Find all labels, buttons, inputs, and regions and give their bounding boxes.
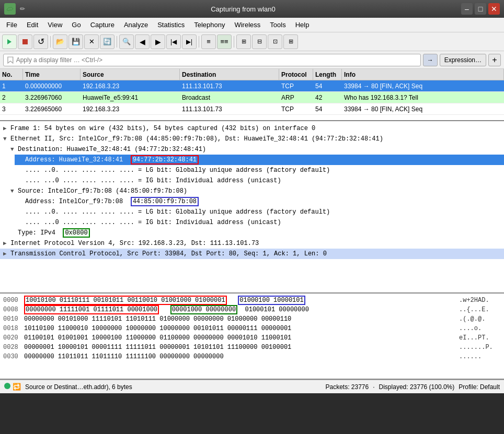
detail-text: .... ..0. .... .... .... .... = LG bit: … <box>25 166 501 175</box>
next-button[interactable]: ▶ <box>151 34 165 49</box>
shark-pencil-icon: ✏ <box>20 5 25 13</box>
filter-input-wrap[interactable] <box>3 54 421 66</box>
hex-row: 0030 00000000 11011011 11011110 11111100… <box>3 352 501 361</box>
packet-list: No. Time Source Destination Protocol Len… <box>0 69 504 121</box>
detail-row-type[interactable]: Type: IPv4 0x0800 <box>7 228 504 238</box>
zoom-out-button[interactable]: ⊟ <box>252 34 267 49</box>
last-button[interactable]: ▶| <box>182 34 197 49</box>
auto-scroll-button[interactable]: ≡≡ <box>217 34 232 49</box>
menu-file[interactable]: File <box>2 19 21 30</box>
hex-ascii: ..{...E. <box>459 305 501 314</box>
expand-icon: ▶ <box>3 249 10 259</box>
menu-telephony[interactable]: Telephony <box>190 19 229 30</box>
detail-row-ig-src[interactable]: .... ...0 .... .... .... .... = IG bit: … <box>15 217 504 228</box>
hex-ascii: .......P. <box>459 343 501 352</box>
src-mac-highlight: 44:85:00:f9:7b:08 <box>131 197 199 206</box>
menu-go[interactable]: Go <box>67 19 85 30</box>
packet-len: 42 <box>313 94 342 101</box>
detail-row-frame[interactable]: ▶ Frame 1: 54 bytes on wire (432 bits), … <box>0 123 504 134</box>
expand-icon: ▼ <box>10 145 18 154</box>
menu-tools[interactable]: Tools <box>266 19 290 30</box>
maximize-button[interactable]: □ <box>475 3 486 15</box>
shark-icon <box>4 3 16 15</box>
hex-ascii: ...... <box>459 352 501 361</box>
detail-row-ethernet[interactable]: ▼ Ethernet II, Src: IntelCor_f9:7b:08 (4… <box>0 134 504 144</box>
hex-area: 0000 10010100 01110111 00101011 00110010… <box>0 294 504 380</box>
minimize-button[interactable]: – <box>461 3 473 15</box>
detail-text: Type: IPv4 0x0800 <box>18 228 501 238</box>
status-bar: 🔁 Source or Destinat…eth.addr), 6 bytes … <box>0 380 504 393</box>
start-capture-button[interactable] <box>2 34 17 49</box>
open-file-button[interactable]: 📂 <box>53 34 67 49</box>
find-button[interactable]: 🔍 <box>119 34 134 49</box>
add-filter-button[interactable]: + <box>488 54 501 66</box>
packet-info: Who has 192.168.3.1? Tell <box>342 94 504 101</box>
hex-offset: 0018 <box>3 324 22 333</box>
packet-row[interactable]: 3 3.226965060 192.168.3.23 111.13.101.73… <box>0 103 504 115</box>
resize-columns-button[interactable]: ⊞ <box>283 34 298 49</box>
status-icons: 🔁 <box>4 383 21 391</box>
detail-row-ip[interactable]: ▶ Internet Protocol Version 4, Src: 192.… <box>0 238 504 249</box>
hex-bytes: 00000000 11111001 01111011 00001000 0000… <box>24 305 457 314</box>
packet-row[interactable]: 1 0.000000000 192.168.3.23 111.13.101.73… <box>0 80 504 92</box>
packet-info: 33984 → 80 [FIN, ACK] Seq <box>342 83 504 90</box>
detail-row-destination[interactable]: ▼ Destination: HuaweiTe_32:48:41 (94:77:… <box>7 144 504 155</box>
capture-status-dot <box>4 383 10 389</box>
col-header-source: Source <box>81 69 180 80</box>
packet-row[interactable]: 2 3.226967060 HuaweiTe_e5:99:41 Broadcas… <box>0 92 504 103</box>
detail-row-tcp[interactable]: ▶ Transmission Control Protocol, Src Por… <box>0 249 504 259</box>
window-title: Capturing from wlan0 <box>25 5 461 13</box>
menu-view[interactable]: View <box>43 19 66 30</box>
expression-button[interactable]: Expression… <box>440 54 486 66</box>
detail-row-dst-addr[interactable]: Address: HuaweiTe_32:48:41 94:77:2b:32:4… <box>15 155 504 165</box>
hex-row: 0018 10110100 11000010 10000000 10000000… <box>3 324 501 333</box>
menu-analyze[interactable]: Analyze <box>120 19 152 30</box>
packet-no: 1 <box>0 83 23 90</box>
separator4 <box>234 36 234 48</box>
detail-row-lg-dst[interactable]: .... ..0. .... .... .... .... = LG bit: … <box>15 165 504 175</box>
packet-len: 54 <box>313 105 342 113</box>
detail-text: .... ..0. .... .... .... .... = LG bit: … <box>25 207 501 217</box>
expand-icon: ▼ <box>3 134 10 144</box>
separator1 <box>50 36 51 48</box>
restart-capture-button[interactable]: ↺ <box>33 34 48 49</box>
hex-ascii: .w+2HAD. <box>459 296 501 305</box>
menu-capture[interactable]: Capture <box>86 19 119 30</box>
detail-row-source[interactable]: ▼ Source: IntelCor_f9:7b:08 (44:85:00:f9… <box>7 186 504 196</box>
detail-row-ig-dst[interactable]: .... ...0 .... .... .... .... = IG bit: … <box>15 175 504 186</box>
detail-row-src-addr[interactable]: Address: IntelCor_f9:7b:08 44:85:00:f9:7… <box>15 196 504 207</box>
save-file-button[interactable]: 💾 <box>68 34 83 49</box>
col-header-info: Info <box>342 69 504 80</box>
menu-help[interactable]: Help <box>291 19 314 30</box>
zoom-in-button[interactable]: ⊞ <box>236 34 251 49</box>
detail-row-lg-src[interactable]: .... ..0. .... .... .... .... = LG bit: … <box>15 207 504 217</box>
expert-info-icon[interactable]: 🔁 <box>13 383 21 391</box>
menu-edit[interactable]: Edit <box>22 19 42 30</box>
detail-text: .... ...0 .... .... .... .... = IG bit: … <box>25 218 501 227</box>
colorize-button[interactable]: ≡ <box>201 34 216 49</box>
zoom-normal-button[interactable]: ⊡ <box>268 34 282 49</box>
status-separator: · <box>373 383 374 391</box>
detail-text: Internet Protocol Version 4, Src: 192.16… <box>10 239 501 248</box>
reload-button[interactable]: 🔄 <box>100 34 114 49</box>
hex-bytes: 00000000 00101000 11110101 11010111 0100… <box>24 314 457 324</box>
svg-marker-2 <box>8 57 13 63</box>
detail-text: Destination: HuaweiTe_32:48:41 (94:77:2b… <box>18 145 501 154</box>
filter-input[interactable] <box>16 56 417 64</box>
packet-time: 0.000000000 <box>23 83 81 90</box>
filter-apply-button[interactable]: → <box>423 54 438 66</box>
filter-bookmark-icon <box>7 56 14 64</box>
menu-wireless[interactable]: Wireless <box>230 19 265 30</box>
stop-capture-button[interactable] <box>18 34 32 49</box>
packet-proto: TCP <box>279 83 313 90</box>
menu-statistics[interactable]: Statistics <box>153 19 189 30</box>
filter-bar: → Expression… + <box>0 51 504 69</box>
packet-src: 192.168.3.23 <box>81 83 180 90</box>
toolbar: ↺ 📂 💾 ✕ 🔄 🔍 ◀ ▶ |◀ ▶| ≡ ≡≡ ⊞ ⊟ ⊡ ⊞ <box>0 32 504 51</box>
expand-icon <box>18 197 25 206</box>
prev-button[interactable]: ◀ <box>135 34 150 49</box>
close-button[interactable]: ✕ <box>488 3 500 15</box>
first-button[interactable]: |◀ <box>166 34 181 49</box>
close-file-button[interactable]: ✕ <box>84 34 99 49</box>
detail-text: Source: IntelCor_f9:7b:08 (44:85:00:f9:7… <box>18 186 501 196</box>
